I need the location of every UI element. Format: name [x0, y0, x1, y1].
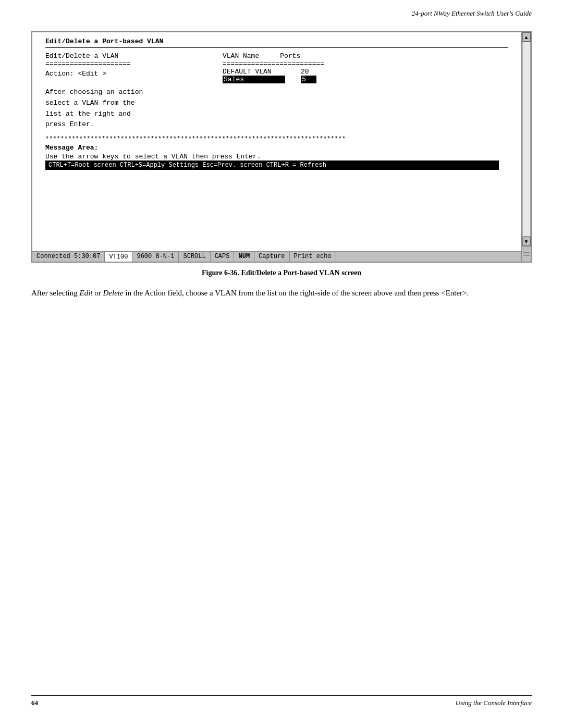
terminal-status-row: Connected 5:30:07 VT100 9600 8-N-1 SCROL…: [32, 251, 521, 262]
status-baud: 9600 8-N-1: [132, 252, 179, 262]
col1-underline: =====================: [45, 60, 223, 68]
col1-header: Edit/Delete a VLAN: [45, 52, 223, 60]
figure-caption: Figure 6-36. Edit/Delete a Port-based VL…: [31, 269, 532, 277]
footer-page-number: 64: [31, 699, 38, 707]
scrollbar-track[interactable]: [522, 42, 531, 237]
page-header-title: 24-port NWay Ethernet Switch User's Guid…: [412, 9, 532, 18]
instruction-text: After choosing an action select a VLAN f…: [45, 87, 223, 130]
status-capture: Capture: [254, 252, 289, 262]
vlan-entry-2[interactable]: Sales 5: [223, 76, 508, 83]
footer-section: Using the Console Interface: [456, 699, 532, 707]
terminal-hr: [45, 47, 508, 48]
vlan-ports-1: 20: [301, 68, 316, 76]
terminal-resize-handle[interactable]: [521, 246, 531, 262]
terminal-left-col: Edit/Delete a VLAN =====================…: [45, 52, 223, 130]
status-caps: CAPS: [211, 252, 235, 262]
terminal-right-col: VLAN Name Ports ========================…: [223, 52, 508, 130]
status-connected: Connected 5:30:07: [32, 252, 105, 262]
stars-divider: ****************************************…: [45, 135, 508, 143]
terminal-body: Edit/Delete a Port-based VLAN Edit/Delet…: [32, 32, 521, 251]
message-area-label: Message Area:: [45, 144, 98, 152]
vlan-name-2: Sales: [223, 76, 285, 83]
scrollbar-down-button[interactable]: ▼: [522, 237, 531, 246]
vlan-ports-2: 5: [301, 76, 316, 83]
col2-underline: =========================: [223, 60, 324, 68]
terminal-title: Edit/Delete a Port-based VLAN: [45, 38, 508, 45]
scrollbar-up-button[interactable]: ▲: [522, 32, 531, 42]
col3-header: Ports: [280, 52, 300, 60]
page-footer: 64 Using the Console Interface: [31, 695, 532, 707]
status-terminal: VT100: [105, 252, 132, 262]
status-print-echo: Print echo: [290, 252, 336, 262]
status-num: NUM: [234, 252, 254, 262]
vlan-name-1: DEFAULT VLAN: [223, 68, 285, 76]
message-area-text: Use the arrow keys to select a VLAN then…: [45, 153, 508, 161]
col-underlines-row: =========================: [223, 60, 508, 68]
col2-header: VLAN Name: [223, 52, 259, 60]
action-row: Action: <Edit >: [45, 70, 223, 78]
terminal-columns: Edit/Delete a VLAN =====================…: [45, 52, 508, 130]
message-area: Message Area:: [45, 144, 508, 152]
body-text: After selecting Edit or Delete in the Ac…: [31, 287, 532, 299]
status-scroll: SCROLL: [179, 252, 210, 262]
terminal-window: ▲ ▼ Edit/Delete a Port-based VLAN Edit/D…: [31, 31, 532, 263]
col-headers-row: VLAN Name Ports: [223, 52, 508, 60]
vlan-entry-1: DEFAULT VLAN 20: [223, 68, 508, 76]
scrollbar[interactable]: ▲ ▼: [521, 32, 531, 246]
status-bar-bottom: CTRL+T=Root screen CTRL+S=Apply Settings…: [45, 161, 499, 170]
